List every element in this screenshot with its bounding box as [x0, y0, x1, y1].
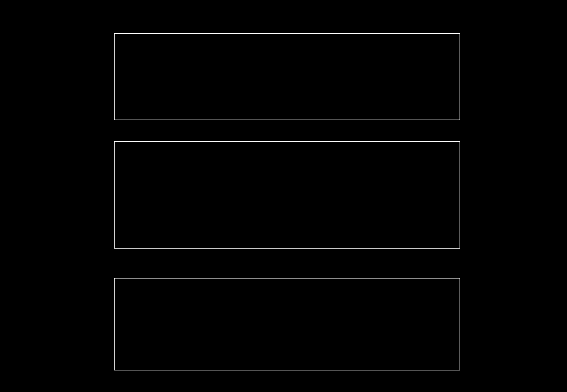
pitch-panel	[114, 141, 460, 249]
deg-colorbar	[471, 151, 491, 239]
pitch-canvas	[115, 142, 460, 248]
timeseries-canvas	[115, 278, 460, 370]
timeseries-left-y-axis-label	[29, 258, 55, 391]
plot-page	[0, 0, 567, 392]
timeseries-right-y-axis-label	[527, 251, 553, 392]
spectrogram-canvas	[115, 34, 460, 120]
spectrogram-y-axis-label	[27, 23, 52, 133]
timeseries-panel	[114, 278, 460, 370]
spectrogram-panel	[114, 33, 460, 120]
def-colorbar	[471, 43, 491, 112]
